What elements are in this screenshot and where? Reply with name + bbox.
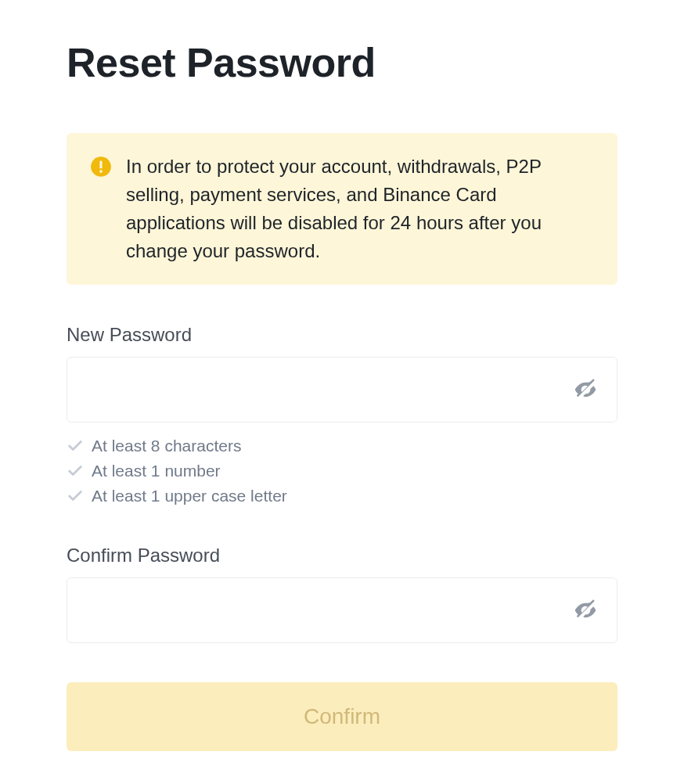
requirement-item: At least 1 upper case letter: [67, 487, 617, 505]
warning-banner: In order to protect your account, withdr…: [67, 133, 617, 285]
check-icon: [67, 487, 84, 505]
confirm-password-label: Confirm Password: [67, 545, 617, 566]
requirement-text: At least 1 upper case letter: [92, 487, 287, 505]
check-icon: [67, 462, 84, 480]
confirm-password-input-wrapper: [67, 577, 617, 643]
requirement-text: At least 8 characters: [92, 437, 241, 455]
requirement-text: At least 1 number: [92, 462, 221, 480]
warning-icon: [90, 156, 112, 178]
new-password-field: New Password At least 8 characters: [67, 324, 617, 505]
confirm-password-input[interactable]: [86, 578, 573, 642]
new-password-input-wrapper: [67, 357, 617, 423]
warning-text: In order to protect your account, withdr…: [126, 153, 594, 265]
eye-off-icon[interactable]: [573, 598, 598, 623]
requirement-item: At least 1 number: [67, 462, 617, 480]
requirement-item: At least 8 characters: [67, 437, 617, 455]
new-password-label: New Password: [67, 324, 617, 346]
confirm-password-field: Confirm Password: [67, 545, 617, 643]
svg-rect-1: [99, 160, 102, 168]
svg-point-2: [99, 170, 103, 173]
eye-off-icon[interactable]: [573, 377, 598, 402]
check-icon: [67, 437, 84, 455]
confirm-button[interactable]: Confirm: [67, 682, 617, 751]
password-requirements: At least 8 characters At least 1 number …: [67, 437, 617, 505]
new-password-input[interactable]: [86, 358, 573, 422]
page-title: Reset Password: [67, 39, 617, 86]
